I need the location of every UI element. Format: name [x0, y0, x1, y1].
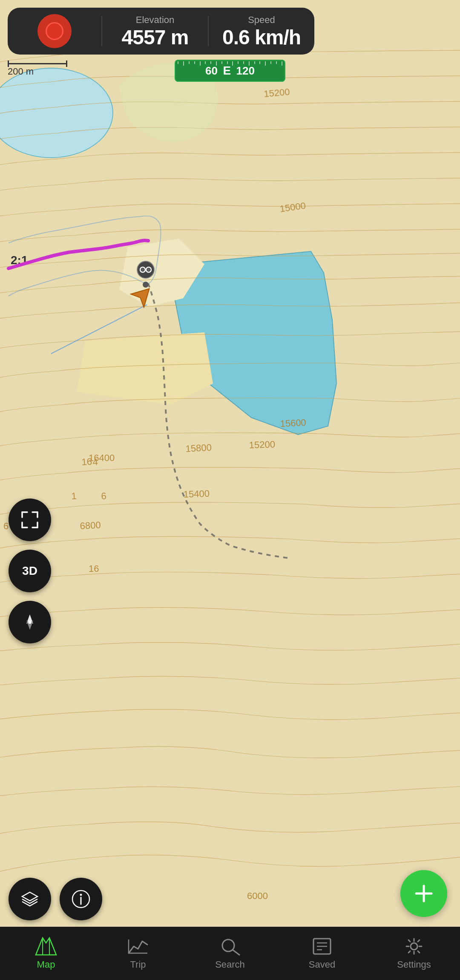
svg-point-40 — [80, 894, 82, 896]
svg-text:15800: 15800 — [185, 442, 212, 454]
stats-bar: Elevation 4557 m Speed 0.6 km/h — [8, 8, 314, 55]
svg-text:6: 6 — [101, 490, 107, 502]
compass-button[interactable] — [9, 601, 51, 643]
speed-block: Speed 0.6 km/h — [209, 11, 314, 51]
nav-trip[interactable]: Trip — [92, 927, 184, 980]
svg-point-37 — [28, 620, 32, 624]
svg-point-26 — [147, 268, 150, 271]
svg-text:15400: 15400 — [183, 488, 210, 500]
map-area[interactable]: 15200 15000 15600 16 1 4 6 6800 16 16400… — [0, 0, 460, 927]
svg-text:15600: 15600 — [280, 417, 306, 429]
svg-text:15200: 15200 — [249, 439, 275, 450]
svg-text:6: 6 — [3, 521, 9, 531]
svg-marker-43 — [36, 938, 56, 955]
elevation-value: 4557 m — [122, 27, 189, 48]
svg-text:15200: 15200 — [263, 86, 290, 99]
svg-text:1: 1 — [71, 490, 77, 502]
scale-label: 200 m — [8, 66, 34, 77]
nav-saved[interactable]: Saved — [276, 927, 368, 980]
add-button[interactable] — [400, 870, 447, 917]
nav-settings[interactable]: Settings — [368, 927, 460, 980]
svg-text:16400: 16400 — [89, 453, 115, 463]
svg-line-47 — [233, 950, 239, 955]
svg-point-52 — [411, 943, 417, 950]
svg-text:6000: 6000 — [247, 891, 268, 901]
scale-bar: 200 m — [8, 63, 67, 77]
speed-value: 0.6 km/h — [222, 27, 301, 48]
info-button[interactable] — [60, 878, 102, 920]
nav-search[interactable]: Search — [184, 927, 276, 980]
trail-dot — [143, 282, 149, 288]
compass-bar[interactable]: 60 E 120 — [175, 60, 285, 82]
svg-point-25 — [141, 268, 144, 271]
3d-button[interactable]: 3D — [9, 550, 51, 592]
record-button[interactable] — [8, 14, 101, 48]
nav-map[interactable]: Map — [0, 927, 92, 980]
speed-label: Speed — [248, 14, 275, 26]
elevation-block: Elevation 4557 m — [102, 11, 208, 51]
elevation-label: Elevation — [136, 14, 175, 26]
waypoint-marker — [135, 259, 156, 282]
svg-text:6800: 6800 — [80, 519, 101, 531]
bottom-navigation: Map Trip Search Saved — [0, 927, 460, 980]
location-marker — [130, 282, 155, 310]
svg-text:16: 16 — [89, 563, 99, 574]
compass-reading: 60 E 120 — [205, 64, 255, 78]
expand-button[interactable] — [9, 499, 51, 541]
layers-button[interactable] — [9, 878, 51, 920]
